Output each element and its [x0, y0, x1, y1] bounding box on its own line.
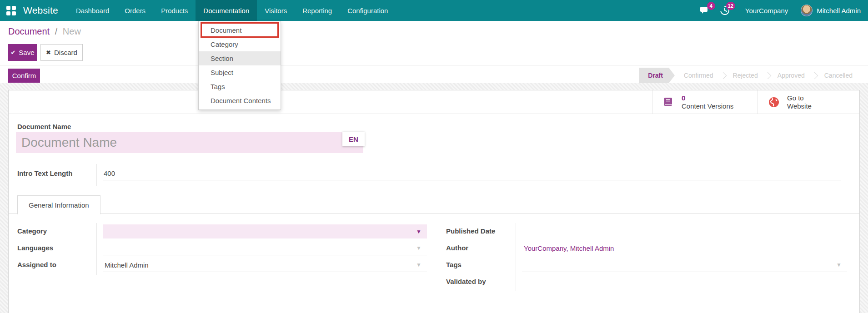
- breadcrumb-current: New: [63, 26, 81, 36]
- category-select[interactable]: ▼: [103, 224, 427, 238]
- author-label: Author: [446, 244, 468, 252]
- languages-select[interactable]: ▼: [103, 241, 427, 255]
- user-menu[interactable]: Mitchell Admin: [817, 7, 861, 15]
- brand-wrap: Website: [0, 0, 58, 21]
- breadcrumb: Document / New: [8, 26, 81, 37]
- tab-general-information[interactable]: General Information: [17, 195, 100, 214]
- breadcrumb-separator: /: [52, 26, 60, 36]
- author-field[interactable]: YourCompany, Mitchell Admin: [522, 241, 847, 255]
- book-icon: [662, 96, 674, 108]
- menu-item-document[interactable]: Document: [199, 23, 281, 37]
- versions-count: 0: [682, 94, 733, 102]
- assigned-to-select[interactable]: Mitchell Admin ▼: [103, 258, 427, 272]
- nav-item-documentation[interactable]: Documentation: [196, 0, 257, 21]
- company-switcher[interactable]: YourCompany: [745, 7, 788, 15]
- top-navbar: Website Dashboard Orders Products Docume…: [0, 0, 868, 21]
- field-row-validated-by: Validated by: [430, 273, 853, 290]
- menu-item-document-contents[interactable]: Document Contents: [199, 94, 281, 108]
- chevron-down-icon: ▼: [836, 262, 842, 268]
- field-row-languages: Languages ▼: [9, 240, 427, 257]
- activities-badge: 12: [726, 2, 735, 10]
- sheet-header: 0 Content Versions Go to Website: [9, 90, 859, 114]
- nav-item-orders[interactable]: Orders: [117, 0, 153, 21]
- apps-menu-icon[interactable]: [6, 6, 16, 15]
- validated-by-field[interactable]: [522, 275, 847, 289]
- author-link[interactable]: YourCompany, Mitchell Admin: [522, 244, 614, 252]
- messages-button[interactable]: 4: [697, 4, 712, 17]
- chevron-down-icon: ▼: [416, 245, 421, 251]
- intro-text-length-input[interactable]: [103, 167, 841, 180]
- nav-item-products[interactable]: Products: [153, 0, 196, 21]
- form-group-right: Published Date Author YourCompany, Mitch…: [430, 223, 853, 290]
- language-badge[interactable]: EN: [342, 132, 365, 146]
- website-label-line1: Go to: [787, 94, 812, 102]
- status-step-draft[interactable]: Draft: [639, 68, 675, 83]
- app-window: Website Dashboard Orders Products Docume…: [0, 0, 868, 313]
- field-row-published-date: Published Date: [430, 223, 853, 240]
- versions-label: Content Versions: [682, 102, 733, 110]
- published-date-label: Published Date: [446, 227, 495, 235]
- chevron-down-icon: ▼: [416, 262, 421, 268]
- activities-button[interactable]: 12: [717, 4, 733, 17]
- globe-icon: [768, 96, 780, 108]
- tags-label: Tags: [446, 261, 462, 268]
- status-step-confirmed[interactable]: Confirmed: [675, 68, 722, 83]
- menu-item-section[interactable]: Section: [199, 51, 281, 65]
- chevron-down-icon: ▼: [416, 229, 421, 235]
- nav-item-dashboard[interactable]: Dashboard: [68, 0, 117, 21]
- menu-item-tags[interactable]: Tags: [199, 79, 281, 94]
- x-icon: ✖: [46, 49, 51, 56]
- intro-text-length-label: Intro Text Length: [17, 169, 72, 177]
- discard-button[interactable]: ✖ Discard: [40, 44, 83, 61]
- languages-label: Languages: [17, 244, 53, 252]
- field-row-tags: Tags ▼: [430, 257, 853, 273]
- notebook-tabbar: General Information: [9, 195, 859, 214]
- status-step-rejected[interactable]: Rejected: [724, 68, 767, 83]
- user-avatar[interactable]: [801, 5, 813, 16]
- tags-select[interactable]: ▼: [522, 258, 847, 272]
- app-title[interactable]: Website: [23, 5, 58, 16]
- menu-item-category[interactable]: Category: [199, 37, 281, 51]
- confirm-button[interactable]: Confirm: [8, 69, 40, 83]
- nav-menu: Dashboard Orders Products Documentation …: [68, 0, 396, 21]
- breadcrumb-parent[interactable]: Document: [8, 26, 50, 36]
- status-step-cancelled[interactable]: Cancelled: [815, 68, 862, 83]
- form-group-left: Category ▼ Languages ▼ Assigned to: [9, 223, 427, 273]
- documentation-dropdown-menu: Document Category Section Subject Tags D…: [198, 21, 281, 110]
- field-row-assigned-to: Assigned to Mitchell Admin ▼: [9, 257, 427, 273]
- nav-item-reporting[interactable]: Reporting: [295, 0, 340, 21]
- published-date-field[interactable]: [522, 224, 847, 238]
- check-icon: ✔: [10, 49, 15, 56]
- topbar-right: 4 12 YourCompany Mitchell Admin: [697, 0, 868, 21]
- menu-item-subject[interactable]: Subject: [199, 65, 281, 79]
- document-name-input[interactable]: [16, 132, 363, 153]
- assigned-to-label: Assigned to: [17, 261, 56, 268]
- form-sheet: 0 Content Versions Go to Website Documen…: [8, 90, 860, 313]
- header-divider: [0, 65, 868, 65]
- nav-item-configuration[interactable]: Configuration: [340, 0, 396, 21]
- go-to-website-button[interactable]: Go to Website: [758, 90, 859, 114]
- nav-item-visitors[interactable]: Visitors: [257, 0, 295, 21]
- content-versions-button[interactable]: 0 Content Versions: [652, 90, 758, 114]
- status-pipeline: Draft Confirmed Rejected Approved Cancel…: [639, 68, 862, 83]
- field-column-separator: [96, 164, 97, 186]
- document-name-label: Document Name: [17, 123, 71, 130]
- messages-badge: 4: [707, 2, 715, 10]
- intro-text-length-row: Intro Text Length: [9, 164, 859, 186]
- field-row-author: Author YourCompany, Mitchell Admin: [430, 240, 853, 257]
- save-button[interactable]: ✔ Save: [8, 44, 37, 61]
- website-label-line2: Website: [787, 102, 812, 110]
- category-label: Category: [17, 227, 47, 235]
- validated-by-label: Validated by: [446, 278, 486, 285]
- field-row-category: Category ▼: [9, 223, 427, 240]
- status-step-approved[interactable]: Approved: [768, 68, 814, 83]
